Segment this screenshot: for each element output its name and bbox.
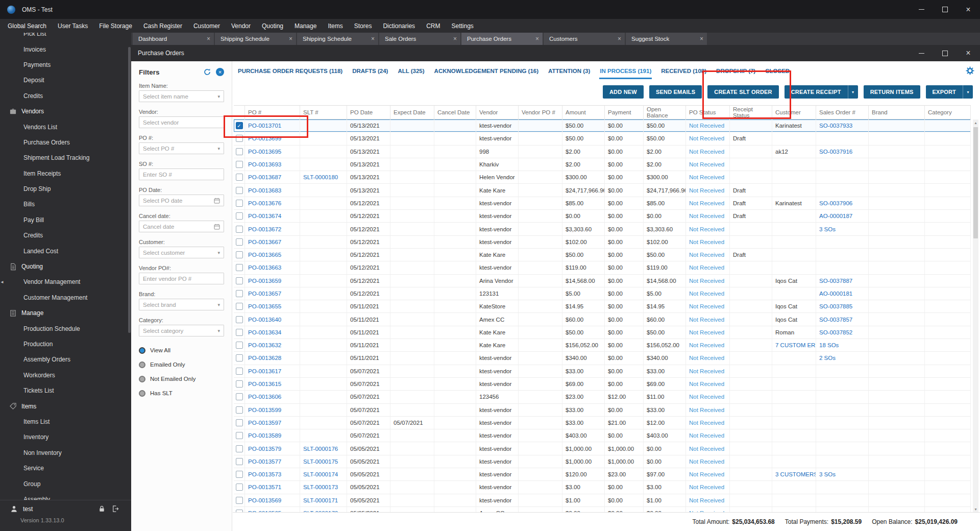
po-status-link[interactable]: Not Received: [689, 303, 724, 309]
sidebar-item-tickets-list[interactable]: Tickets List: [0, 383, 131, 398]
po-link[interactable]: PO-0013667: [248, 239, 281, 245]
po-status-link[interactable]: Not Received: [689, 264, 724, 271]
filter-brand-input[interactable]: Select brand ▾: [139, 299, 224, 310]
menu-item-settings[interactable]: Settings: [446, 19, 479, 33]
column-header-category[interactable]: Category: [925, 106, 971, 119]
column-header-vendor[interactable]: Vendor: [476, 106, 519, 119]
table-row[interactable]: PO-001358905/07/2021ktest-vendor$403.00$…: [234, 429, 971, 442]
table-row[interactable]: PO-001367205/12/2021ktest-vendor$3,303.6…: [234, 223, 971, 235]
menu-item-global-search[interactable]: Global Search: [2, 19, 52, 33]
po-status-link[interactable]: Not Received: [689, 123, 724, 129]
sales-order-link[interactable]: 3 SOs: [819, 471, 836, 477]
po-status-link[interactable]: Not Received: [689, 252, 724, 258]
column-header-vendor-po[interactable]: Vendor PO #: [519, 106, 562, 119]
po-link[interactable]: PO-0013665: [248, 252, 281, 258]
table-row[interactable]: PO-0013569SLT-000017105/05/2021ktest-ven…: [234, 494, 971, 507]
sidebar-section-vendors[interactable]: Vendors: [0, 104, 131, 119]
po-status-link[interactable]: Not Received: [689, 394, 724, 400]
table-row[interactable]: ✓PO-001370105/13/2021ktest-vendor$50.00$…: [234, 119, 971, 132]
sidebar-item-credits[interactable]: Credits: [0, 88, 131, 104]
sidebar-item-service[interactable]: Service: [0, 461, 131, 476]
table-row[interactable]: PO-0013687SLT-000018005/13/2021Helen Ven…: [234, 171, 971, 184]
po-link[interactable]: PO-0013687: [248, 174, 281, 180]
po-link[interactable]: PO-0013632: [248, 342, 281, 348]
export-button[interactable]: EXPORT▾: [926, 85, 973, 99]
table-row[interactable]: PO-001363205/11/2021Kate Kare$156,052.00…: [234, 339, 971, 352]
po-link[interactable]: PO-0013573: [248, 471, 281, 477]
row-checkbox[interactable]: [236, 393, 243, 400]
po-status-link[interactable]: Not Received: [689, 213, 724, 219]
table-row[interactable]: PO-001360605/07/2021123456$23.00$12.00$1…: [234, 391, 971, 403]
slt-link[interactable]: SLT-0000171: [303, 497, 338, 503]
sidebar-item-production[interactable]: Production: [0, 336, 131, 352]
po-link[interactable]: PO-0013577: [248, 458, 281, 465]
po-link[interactable]: PO-0013695: [248, 149, 281, 155]
po-link[interactable]: PO-0013655: [248, 303, 281, 309]
column-header-sales-order[interactable]: Sales Order #: [816, 106, 869, 119]
slt-link[interactable]: SLT-0000174: [303, 471, 338, 477]
row-checkbox[interactable]: [236, 251, 243, 258]
logout-icon[interactable]: [111, 505, 119, 513]
sales-order-link[interactable]: 3 SOs: [819, 226, 836, 232]
filter-radio-emailed-only[interactable]: Emailed Only: [139, 357, 224, 372]
sidebar-item-item-receipts[interactable]: Item Receipts: [0, 166, 131, 181]
table-row[interactable]: PO-001367405/12/2021ktest-vendor$0.00$0.…: [234, 210, 971, 223]
sidebar-item-production-schedule[interactable]: Production Schedule: [0, 321, 131, 336]
po-link[interactable]: PO-0013674: [248, 213, 281, 219]
gear-icon[interactable]: [966, 66, 974, 75]
po-link[interactable]: PO-0013657: [248, 291, 281, 297]
menu-item-cash-register[interactable]: Cash Register: [138, 19, 188, 33]
po-status-link[interactable]: Not Received: [689, 149, 724, 155]
sidebar-item-invoices[interactable]: Invoices: [0, 41, 131, 57]
calendar-icon[interactable]: [214, 198, 220, 204]
filters-close-icon[interactable]: ×: [216, 68, 224, 76]
scroll-thumb[interactable]: [973, 127, 978, 238]
row-checkbox[interactable]: [236, 380, 243, 388]
chevron-down-icon[interactable]: ▾: [217, 250, 220, 255]
po-link[interactable]: PO-0013640: [248, 317, 281, 323]
row-checkbox[interactable]: [236, 303, 243, 310]
inner-restore-icon[interactable]: [933, 45, 957, 61]
row-checkbox[interactable]: [236, 471, 243, 478]
chevron-down-icon[interactable]: ▾: [217, 94, 220, 99]
row-checkbox[interactable]: [236, 277, 243, 284]
row-checkbox[interactable]: [236, 458, 243, 465]
po-status-link[interactable]: Not Received: [689, 355, 724, 361]
send-emails-button[interactable]: SEND EMAILS: [649, 85, 702, 99]
add-new-button[interactable]: ADD NEW: [603, 85, 644, 99]
filter-radio-has-slt[interactable]: Has SLT: [139, 386, 224, 400]
table-row[interactable]: PO-0013579SLT-000017605/05/2021ktest-ven…: [234, 442, 971, 455]
tab-close-icon[interactable]: ×: [207, 35, 210, 42]
menu-item-file-storage[interactable]: File Storage: [93, 19, 138, 33]
po-status-link[interactable]: Not Received: [689, 291, 724, 297]
sales-order-link[interactable]: SO-0037852: [819, 329, 852, 335]
table-row[interactable]: PO-001359905/07/2021ktest-vendor$33.00$0…: [234, 404, 971, 417]
table-row[interactable]: PO-001365905/12/2021Arina Vendor$14,568.…: [234, 275, 971, 287]
po-link[interactable]: PO-0013672: [248, 226, 281, 232]
window-tab-sale-orders[interactable]: Sale Orders ×: [379, 33, 460, 45]
tab-close-icon[interactable]: ×: [453, 35, 457, 42]
close-icon[interactable]: [957, 0, 980, 19]
tab-purchase-order-requests-118[interactable]: PURCHASE ORDER REQUESTS (118): [237, 65, 343, 79]
po-status-link[interactable]: Not Received: [689, 329, 724, 335]
scroll-up-icon[interactable]: ▴: [974, 119, 976, 126]
po-link[interactable]: PO-0013599: [248, 407, 281, 413]
window-tab-suggest-stock[interactable]: Suggest Stock ×: [626, 33, 707, 45]
sidebar-scrollbar[interactable]: [128, 33, 131, 500]
row-checkbox[interactable]: [236, 316, 243, 323]
filter-vendor-po-input[interactable]: Enter vendor PO #: [139, 273, 224, 284]
sidebar-item-purchase-orders[interactable]: Purchase Orders: [0, 135, 131, 150]
table-row[interactable]: PO-001361705/07/2021ktest-vendor$33.00$0…: [234, 365, 971, 378]
po-status-link[interactable]: Not Received: [689, 420, 724, 426]
sales-order-link[interactable]: AO-0000187: [819, 213, 852, 219]
tab-close-icon[interactable]: ×: [700, 35, 703, 42]
po-status-link[interactable]: Not Received: [689, 342, 724, 348]
sidebar-collapse-icon[interactable]: ◄: [0, 277, 6, 287]
filter-radio-not-emailed-only[interactable]: Not Emailed Only: [139, 372, 224, 386]
row-checkbox[interactable]: [236, 174, 243, 181]
po-link[interactable]: PO-0013597: [248, 420, 281, 426]
sales-order-link[interactable]: SO-0037906: [819, 200, 852, 206]
sidebar-item-landed-cost[interactable]: Landed Cost: [0, 243, 131, 258]
filter-customer-input[interactable]: Select customer ▾: [139, 247, 224, 258]
tab-close-icon[interactable]: ×: [371, 35, 375, 42]
